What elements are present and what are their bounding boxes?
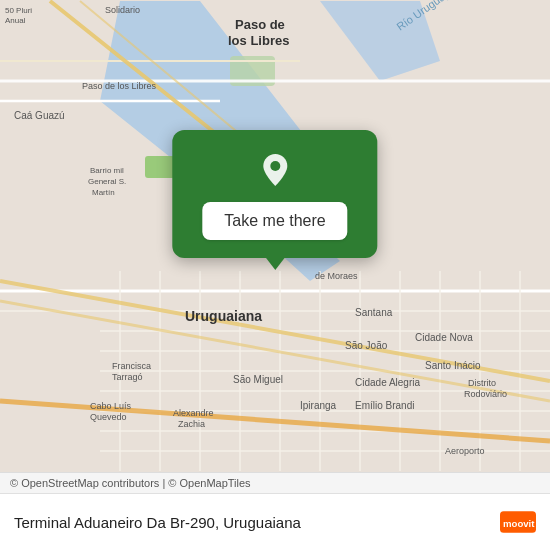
svg-text:de Moraes: de Moraes xyxy=(315,271,358,281)
svg-text:Zachia: Zachia xyxy=(178,419,205,429)
svg-text:Emílio Brandi: Emílio Brandi xyxy=(355,400,414,411)
svg-text:Cabo Luís: Cabo Luís xyxy=(90,401,132,411)
svg-text:moovit: moovit xyxy=(503,518,535,529)
svg-text:Barrio mil: Barrio mil xyxy=(90,166,124,175)
svg-text:Martín: Martín xyxy=(92,188,115,197)
svg-text:Alexandre: Alexandre xyxy=(173,408,214,418)
bottom-bar: © OpenStreetMap contributors | © OpenMap… xyxy=(0,472,550,550)
svg-text:Uruguaiana: Uruguaiana xyxy=(185,308,262,324)
svg-text:Anual: Anual xyxy=(5,16,26,25)
svg-text:Aeroporto: Aeroporto xyxy=(445,446,485,456)
svg-text:Cidade Nova: Cidade Nova xyxy=(415,332,473,343)
location-pin-icon xyxy=(255,150,295,190)
attribution-bar: © OpenStreetMap contributors | © OpenMap… xyxy=(0,473,550,494)
svg-text:São Miguel: São Miguel xyxy=(233,374,283,385)
svg-text:São João: São João xyxy=(345,340,388,351)
svg-text:Francisca: Francisca xyxy=(112,361,151,371)
take-me-there-button[interactable]: Take me there xyxy=(202,202,347,240)
svg-text:Cidade Alegria: Cidade Alegria xyxy=(355,377,420,388)
svg-text:General S.: General S. xyxy=(88,177,126,186)
moovit-brand-icon: moovit xyxy=(500,504,536,540)
svg-text:los Libres: los Libres xyxy=(228,33,289,48)
moovit-logo: moovit xyxy=(500,504,536,540)
svg-text:Santo Inácio: Santo Inácio xyxy=(425,360,481,371)
svg-text:Caá Guazú: Caá Guazú xyxy=(14,110,65,121)
attribution-text: © OpenStreetMap contributors | © OpenMap… xyxy=(10,477,251,489)
svg-text:Solidario: Solidario xyxy=(105,5,140,15)
svg-text:Paso de los Libres: Paso de los Libres xyxy=(82,81,157,91)
svg-text:Rodoviário: Rodoviário xyxy=(464,389,507,399)
location-popup: Take me there xyxy=(172,130,377,258)
svg-text:Santana: Santana xyxy=(355,307,393,318)
svg-rect-2 xyxy=(145,156,175,178)
location-bar: Terminal Aduaneiro Da Br-290, Uruguaiana… xyxy=(0,494,550,550)
svg-text:Quevedo: Quevedo xyxy=(90,412,127,422)
svg-text:Ipiranga: Ipiranga xyxy=(300,400,337,411)
svg-text:Tarragó: Tarragó xyxy=(112,372,143,382)
app-container: Paso de los Libres Paso de los Libres Ca… xyxy=(0,0,550,550)
svg-text:Paso de: Paso de xyxy=(235,17,285,32)
svg-point-61 xyxy=(270,161,280,171)
location-name: Terminal Aduaneiro Da Br-290, Uruguaiana xyxy=(14,514,301,531)
svg-text:Distrito: Distrito xyxy=(468,378,496,388)
svg-text:50 Pluri: 50 Pluri xyxy=(5,6,32,15)
map-container: Paso de los Libres Paso de los Libres Ca… xyxy=(0,0,550,472)
